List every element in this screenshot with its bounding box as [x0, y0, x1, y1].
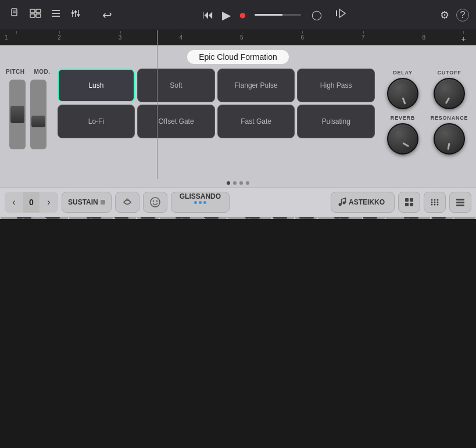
- transport-controls: ⏮ ▶ ● ◯: [202, 5, 350, 24]
- glissando-dots: [194, 201, 206, 204]
- svg-point-20: [156, 200, 158, 202]
- ruler-tick-plus[interactable]: +: [454, 34, 473, 44]
- pad-high-pass[interactable]: High Pass: [297, 69, 375, 102]
- dots-pagination: [0, 179, 476, 187]
- undo-icon[interactable]: ↩: [100, 6, 114, 24]
- svg-rect-3: [30, 9, 35, 13]
- key-cs4[interactable]: [334, 217, 349, 218]
- settings-icon[interactable]: ⚙: [438, 6, 452, 24]
- key-cs3[interactable]: [176, 217, 190, 218]
- reverb-knob[interactable]: [387, 123, 418, 155]
- pad-pulsating[interactable]: Pulsating: [297, 105, 375, 138]
- ruler-tick-8: 8: [393, 34, 454, 44]
- preset-name-bar: Epic Cloud Formation: [0, 45, 476, 69]
- help-icon[interactable]: ?: [456, 9, 469, 21]
- key-fs3[interactable]: [245, 217, 260, 218]
- sustain-button[interactable]: SUSTAIN: [62, 192, 112, 213]
- note-icon: [337, 198, 346, 207]
- pad-soft[interactable]: Soft: [137, 69, 215, 102]
- emoji-button[interactable]: [143, 192, 167, 213]
- svg-rect-27: [410, 198, 413, 202]
- pitch-mod-labels: PITCH MOD.: [6, 69, 51, 75]
- svg-rect-41: [456, 205, 464, 206]
- knobs-area: DELAY CUTOFF REVERB RESONANCE: [382, 69, 470, 155]
- pitch-slider[interactable]: [9, 80, 26, 149]
- delay-knob[interactable]: [387, 78, 418, 109]
- dot-3[interactable]: [239, 181, 243, 185]
- reverb-knob-group: REVERB: [382, 115, 424, 155]
- svg-rect-6: [36, 14, 41, 17]
- delay-knob-group: DELAY: [382, 70, 424, 109]
- volume-control[interactable]: [255, 14, 301, 16]
- svg-rect-11: [71, 12, 74, 14]
- view-grid-button[interactable]: [398, 192, 420, 213]
- key-eb4[interactable]: [363, 217, 377, 218]
- rewind-button[interactable]: ⏮: [202, 8, 214, 21]
- views-icon[interactable]: [27, 5, 44, 24]
- tempo-icon[interactable]: [332, 5, 350, 24]
- svg-rect-28: [405, 203, 409, 206]
- sustain-indicator: [101, 200, 105, 205]
- synth-section: PITCH MOD. Lush Soft Flanger Pulse High …: [0, 69, 476, 179]
- pitch-mod-area: PITCH MOD.: [6, 69, 51, 149]
- mod-slider[interactable]: [30, 80, 46, 149]
- svg-point-18: [151, 198, 160, 207]
- dot-1[interactable]: [227, 181, 230, 185]
- arpeggiator-button[interactable]: [115, 192, 139, 213]
- volume-bar[interactable]: [255, 14, 301, 16]
- key-ab4[interactable]: [432, 217, 446, 218]
- pitch-mod-sliders: [9, 80, 46, 149]
- metronome-icon[interactable]: ◯: [309, 7, 324, 23]
- view-list-button[interactable]: [449, 192, 471, 213]
- pad-fast-gate[interactable]: Fast Gate: [217, 105, 295, 138]
- key-eb3[interactable]: [204, 217, 219, 218]
- pad-lush[interactable]: Lush: [58, 69, 135, 102]
- toolbar-left-icons: [7, 5, 84, 24]
- resonance-knob[interactable]: [434, 123, 465, 155]
- svg-marker-16: [339, 9, 345, 17]
- cutoff-knob[interactable]: [434, 78, 465, 109]
- key-ab3[interactable]: [273, 217, 288, 218]
- key-fs2[interactable]: [87, 217, 101, 218]
- svg-rect-29: [410, 203, 413, 206]
- svg-point-33: [431, 202, 433, 203]
- ruler-tick-5: 5: [211, 34, 272, 44]
- preset-name[interactable]: Epic Cloud Formation: [187, 50, 289, 64]
- key-bb2[interactable]: [141, 217, 155, 218]
- ruler-tick-6: 6: [272, 34, 333, 44]
- octave-prev-button[interactable]: ‹: [5, 192, 23, 213]
- svg-point-35: [437, 202, 439, 203]
- view-dots-button[interactable]: [424, 192, 446, 213]
- key-bb3[interactable]: [299, 217, 314, 218]
- key-eb2[interactable]: [45, 217, 60, 218]
- dots-grid-icon: [430, 197, 440, 207]
- synth-main-content: Epic Cloud Formation PITCH MOD. Lush Sof…: [0, 45, 476, 179]
- resonance-indicator: [447, 143, 450, 150]
- key-b4[interactable]: [453, 217, 476, 219]
- octave-control: ‹ 0 ›: [5, 192, 58, 213]
- octave-next-button[interactable]: ›: [40, 192, 58, 213]
- list-icon[interactable]: [48, 6, 64, 24]
- document-icon[interactable]: [7, 5, 23, 24]
- svg-point-32: [437, 199, 439, 201]
- pad-flanger-pulse[interactable]: Flanger Pulse: [217, 69, 295, 102]
- key-fs4[interactable]: [404, 217, 418, 218]
- asteikko-button[interactable]: ASTEIKKO: [331, 192, 395, 213]
- dot-2[interactable]: [233, 181, 237, 185]
- glissando-button[interactable]: GLISSANDO: [171, 192, 230, 213]
- pad-lo-fi[interactable]: Lo-Fi: [58, 105, 135, 138]
- svg-point-34: [434, 202, 436, 203]
- dot-4[interactable]: [246, 181, 249, 185]
- record-button[interactable]: ●: [239, 8, 246, 23]
- ruler-tick-1: 1: [3, 34, 29, 44]
- key-ab2[interactable]: [114, 217, 129, 218]
- svg-point-37: [434, 204, 436, 206]
- key-cs2[interactable]: [17, 217, 31, 218]
- svg-rect-0: [12, 9, 17, 16]
- play-button[interactable]: ▶: [222, 8, 231, 22]
- svg-rect-39: [456, 199, 464, 200]
- pad-offset-gate[interactable]: Offset Gate: [137, 105, 215, 138]
- mod-label: MOD.: [34, 69, 51, 75]
- mixer-icon[interactable]: [67, 6, 84, 24]
- keyboard-area: C2 C3 C4: [0, 217, 476, 219]
